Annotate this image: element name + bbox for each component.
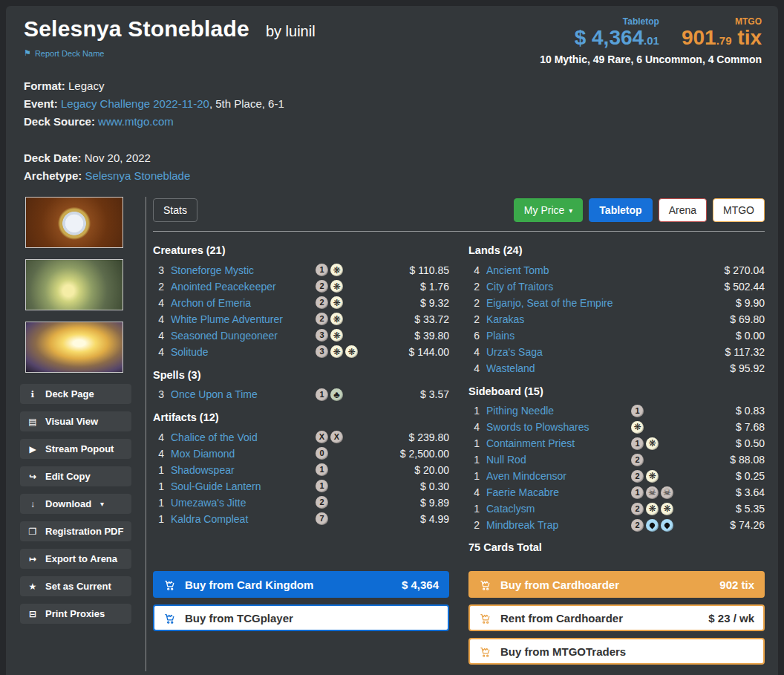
my-price-button[interactable]: My Price▾ xyxy=(514,198,583,222)
card-name-link[interactable]: Pithing Needle xyxy=(486,405,631,417)
card-name-link[interactable]: Chalice of the Void xyxy=(171,431,316,443)
card-name-link[interactable]: Shadowspear xyxy=(171,464,316,476)
card-price: $ 144.00 xyxy=(384,346,449,358)
pdf-icon: ❐ xyxy=(27,526,38,537)
card-row: 3Stoneforge Mystic1❋$ 110.85 xyxy=(153,262,449,278)
deck-source-link[interactable]: www.mtgo.com xyxy=(98,115,174,128)
lightning-art[interactable] xyxy=(25,322,123,373)
mana-cost: 1☠☠ xyxy=(631,486,699,499)
stats-button[interactable]: Stats xyxy=(153,198,197,222)
tab-tabletop[interactable]: Tabletop xyxy=(589,198,652,222)
card-row: 1Null Rod2$ 88.08 xyxy=(468,452,765,468)
report-deck-name-link[interactable]: ⚑ Report Deck Name xyxy=(24,48,104,58)
cart-icon xyxy=(479,612,491,625)
mana-cost: 1 xyxy=(316,480,384,492)
mana-generic-icon: 2 xyxy=(316,496,328,509)
card-row: 4Ancient Tomb$ 270.04 xyxy=(468,262,765,278)
mana-generic-icon: 2 xyxy=(631,470,644,483)
card-name-link[interactable]: Once Upon a Time xyxy=(171,388,316,400)
buy-button-label: Buy from Cardhoarder xyxy=(500,578,710,591)
card-name-link[interactable]: City of Traitors xyxy=(486,281,631,293)
card-name-link[interactable]: Mindbreak Trap xyxy=(486,519,631,531)
deck-content: Stats My Price▾ Tabletop Arena MTGO Crea… xyxy=(146,197,765,671)
card-name-link[interactable]: Stoneforge Mystic xyxy=(171,264,316,276)
card-name-link[interactable]: Swords to Plowshares xyxy=(486,421,631,433)
card-row: 4Wasteland$ 95.92 xyxy=(468,360,765,376)
deck-toolbar: Stats My Price▾ Tabletop Arena MTGO xyxy=(153,197,765,222)
card-row: 1Soul-Guide Lantern1$ 0.30 xyxy=(153,478,449,494)
sidebar-button-deck-page[interactable]: ℹDeck Page xyxy=(20,384,131,404)
card-price: $ 88.08 xyxy=(699,454,765,466)
card-name-link[interactable]: Cataclysm xyxy=(486,503,631,515)
mana-black-icon: ☠ xyxy=(646,486,659,499)
sidebar-button-visual-view[interactable]: ▤Visual View xyxy=(20,411,131,431)
sidebar-button-export-to-arena[interactable]: ↦Export to Arena xyxy=(20,549,131,569)
sidebar-button-registration-pdf[interactable]: ❐Registration PDF xyxy=(20,521,131,541)
card-row: 2City of Traitors$ 502.44 xyxy=(468,278,765,294)
card-price: $ 3.64 xyxy=(699,486,765,498)
card-name-link[interactable]: Mox Diamond xyxy=(171,448,316,460)
sidebar-button-edit-copy[interactable]: ↪Edit Copy xyxy=(20,466,131,486)
buy-button-label: Buy from MTGOTraders xyxy=(500,645,754,658)
event-link[interactable]: Legacy Challenge 2022-11-20 xyxy=(61,97,209,110)
mana-cost: 0 xyxy=(316,447,384,460)
archetype-link[interactable]: Selesnya Stoneblade xyxy=(85,169,191,182)
sidebar-button-download[interactable]: ↓Download▾ xyxy=(20,494,131,514)
card-name-link[interactable]: Containment Priest xyxy=(486,437,631,449)
tab-mtgo[interactable]: MTGO xyxy=(713,198,765,222)
event-line: Event: Legacy Challenge 2022-11-20, 5th … xyxy=(24,95,760,113)
sidebar-button-print-proxies[interactable]: ⊟Print Proxies xyxy=(20,604,131,624)
card-name-link[interactable]: Null Rod xyxy=(486,454,631,466)
info-icon: ℹ xyxy=(27,389,38,400)
deck-list-left-column: Creatures (21)3Stoneforge Mystic1❋$ 110.… xyxy=(153,238,449,553)
mox-diamond-art[interactable] xyxy=(25,197,123,248)
buy-button-buy-from-tcgplayer[interactable]: Buy from TCGplayer xyxy=(153,604,449,631)
mana-generic-icon: 2 xyxy=(631,454,644,466)
sidebar-button-stream-popout[interactable]: ▶Stream Popout xyxy=(20,439,131,459)
buy-button-buy-from-card-kingdom[interactable]: Buy from Card Kingdom$ 4,364 xyxy=(153,571,449,598)
card-name-link[interactable]: Anointed Peacekeeper xyxy=(171,281,316,293)
card-quantity: 1 xyxy=(153,497,164,509)
buy-button-buy-from-mtgotraders[interactable]: Buy from MTGOTraders xyxy=(468,638,765,665)
mana-white-icon: ❋ xyxy=(646,437,659,450)
card-name-link[interactable]: Soul-Guide Lantern xyxy=(171,480,316,492)
card-name-link[interactable]: Eiganjo, Seat of the Empire xyxy=(486,297,631,309)
card-name-link[interactable]: Umezawa's Jitte xyxy=(171,497,316,509)
card-price: $ 3.57 xyxy=(384,388,449,400)
flag-icon: ⚑ xyxy=(24,48,31,58)
mana-white-icon: ❋ xyxy=(661,503,673,515)
card-name-link[interactable]: Plains xyxy=(486,330,631,342)
card-name-link[interactable]: Faerie Macabre xyxy=(486,486,631,498)
card-price: $ 0.50 xyxy=(699,437,765,449)
card-name-link[interactable]: Kaldra Compleat xyxy=(171,513,316,525)
card-row: 6Plains$ 0.00 xyxy=(468,327,765,343)
card-name-link[interactable]: Ancient Tomb xyxy=(486,264,631,276)
card-price: $ 9.32 xyxy=(384,297,449,309)
card-name-link[interactable]: Urza's Saga xyxy=(486,346,631,358)
card-row: 2Karakas$ 69.80 xyxy=(468,311,765,327)
card-name-link[interactable]: White Plume Adventurer xyxy=(171,313,316,325)
card-name-link[interactable]: Seasoned Dungeoneer xyxy=(171,330,316,342)
card-name-link[interactable]: Karakas xyxy=(486,313,631,325)
card-row: 2Mindbreak Trap2$ 74.26 xyxy=(468,518,765,533)
card-name-link[interactable]: Solitude xyxy=(171,346,316,358)
card-quantity: 3 xyxy=(153,264,164,276)
chevron-down-icon: ▾ xyxy=(100,500,104,508)
card-row: 4Faerie Macabre1☠☠$ 3.64 xyxy=(468,485,765,500)
stoneforge-mystic-art[interactable] xyxy=(25,259,123,310)
card-name-link[interactable]: Aven Mindcensor xyxy=(486,470,631,482)
buy-button-rent-from-cardhoarder[interactable]: Rent from Cardhoarder$ 23 / wk xyxy=(468,604,765,631)
card-quantity: 4 xyxy=(153,448,164,460)
mana-generic-icon: 3 xyxy=(316,329,328,342)
card-quantity: 1 xyxy=(468,405,480,417)
sidebar-button-set-as-current[interactable]: ★Set as Current xyxy=(20,576,131,596)
card-name-link[interactable]: Wasteland xyxy=(486,362,631,374)
mana-cost: 1 xyxy=(316,463,384,476)
sidebar-button-label: Set as Current xyxy=(45,581,111,592)
sidebar-button-label: Edit Copy xyxy=(45,471,91,482)
card-row: 4Urza's Saga$ 117.32 xyxy=(468,344,765,359)
buy-button-price: $ 23 / wk xyxy=(708,612,754,625)
card-name-link[interactable]: Archon of Emeria xyxy=(171,297,316,309)
tab-arena[interactable]: Arena xyxy=(659,198,707,222)
buy-button-buy-from-cardhoarder[interactable]: Buy from Cardhoarder902 tix xyxy=(468,571,765,598)
